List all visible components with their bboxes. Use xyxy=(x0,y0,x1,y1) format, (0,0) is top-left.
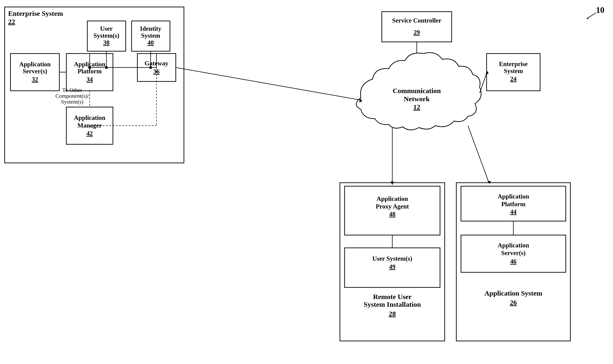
svg-text:44: 44 xyxy=(510,208,517,215)
user-systems-49-box xyxy=(345,248,440,287)
svg-text:29: 29 xyxy=(414,29,420,36)
svg-text:28: 28 xyxy=(389,310,396,317)
svg-text:System(s): System(s) xyxy=(94,32,119,39)
svg-text:36: 36 xyxy=(153,68,160,75)
svg-marker-40 xyxy=(391,182,394,185)
svg-text:System: System xyxy=(141,32,160,39)
svg-text:Application: Application xyxy=(74,61,105,68)
remote-user-system-28-box xyxy=(340,183,445,341)
svg-text:System Installation: System Installation xyxy=(364,300,421,308)
svg-text:Component(s)/: Component(s)/ xyxy=(55,93,89,99)
svg-text:32: 32 xyxy=(32,76,38,83)
dot-identity-bus xyxy=(149,66,152,69)
cloud-shape xyxy=(356,52,481,130)
svg-text:Communication: Communication xyxy=(393,87,441,94)
app-server-46-box xyxy=(461,235,566,272)
application-system-26-box xyxy=(456,183,570,341)
svg-text:Proxy Agent: Proxy Agent xyxy=(376,203,409,210)
svg-text:Application: Application xyxy=(497,242,529,249)
svg-text:38: 38 xyxy=(103,39,110,46)
service-controller-29-box xyxy=(382,12,452,42)
line-cloud-appsystem xyxy=(468,126,489,183)
svg-text:48: 48 xyxy=(389,211,396,218)
svg-line-0 xyxy=(587,13,596,19)
svg-text:Network: Network xyxy=(404,95,430,103)
app-manager-42-box xyxy=(66,107,113,144)
line-gateway-cloud xyxy=(176,67,361,100)
svg-text:Server(s): Server(s) xyxy=(501,249,526,257)
app-proxy-48-box xyxy=(345,186,440,235)
enterprise-system-24-box xyxy=(487,53,540,91)
svg-text:Manager: Manager xyxy=(78,122,102,129)
enterprise-system-22-box xyxy=(5,7,184,163)
svg-text:46: 46 xyxy=(510,258,517,265)
enterprise-system-number: 22 xyxy=(8,18,15,25)
svg-text:Platform: Platform xyxy=(78,68,102,75)
svg-text:42: 42 xyxy=(87,130,93,137)
svg-text:Application: Application xyxy=(19,61,51,68)
gateway-36-box xyxy=(137,53,176,81)
svg-text:Enterprise: Enterprise xyxy=(499,61,528,67)
app-platform-34-box xyxy=(66,53,113,91)
app-server-32-box xyxy=(11,53,59,91)
ref-10: 10 xyxy=(596,5,604,15)
svg-text:26: 26 xyxy=(510,299,517,306)
dot-user-bus xyxy=(105,66,108,69)
svg-marker-31 xyxy=(486,71,488,74)
svg-text:40: 40 xyxy=(148,39,154,46)
svg-text:To Other: To Other xyxy=(62,87,82,93)
svg-text:24: 24 xyxy=(510,75,517,82)
line-cloud-enterprise24 xyxy=(480,73,487,93)
svg-marker-1 xyxy=(587,17,589,19)
svg-text:System(s): System(s) xyxy=(61,99,83,105)
svg-text:Identity: Identity xyxy=(140,25,161,32)
user-systems-38-box xyxy=(87,21,126,51)
svg-text:12: 12 xyxy=(413,103,420,111)
svg-text:User System(s): User System(s) xyxy=(372,255,412,262)
app-platform-44-box xyxy=(461,186,566,221)
svg-text:Application: Application xyxy=(74,114,105,121)
svg-marker-49 xyxy=(487,181,491,184)
svg-text:System: System xyxy=(504,67,523,75)
svg-text:Service Controller: Service Controller xyxy=(392,17,442,24)
svg-text:Application: Application xyxy=(377,195,408,202)
svg-text:User: User xyxy=(100,25,113,32)
dot-platform-bus xyxy=(88,66,91,69)
svg-text:Gateway: Gateway xyxy=(144,60,168,67)
svg-text:Platform: Platform xyxy=(501,201,525,208)
svg-text:34: 34 xyxy=(87,76,93,83)
svg-text:Application: Application xyxy=(497,193,529,200)
svg-text:Remote User: Remote User xyxy=(373,293,412,300)
svg-text:Application System: Application System xyxy=(484,289,542,297)
svg-text:Server(s): Server(s) xyxy=(23,68,47,75)
svg-text:49: 49 xyxy=(389,263,396,270)
svg-marker-27 xyxy=(359,98,362,102)
identity-system-40-box xyxy=(131,21,170,51)
diagram: 10 Enterprise System 22 Application Serv… xyxy=(0,0,613,364)
enterprise-system-label: Enterprise System xyxy=(8,10,63,17)
